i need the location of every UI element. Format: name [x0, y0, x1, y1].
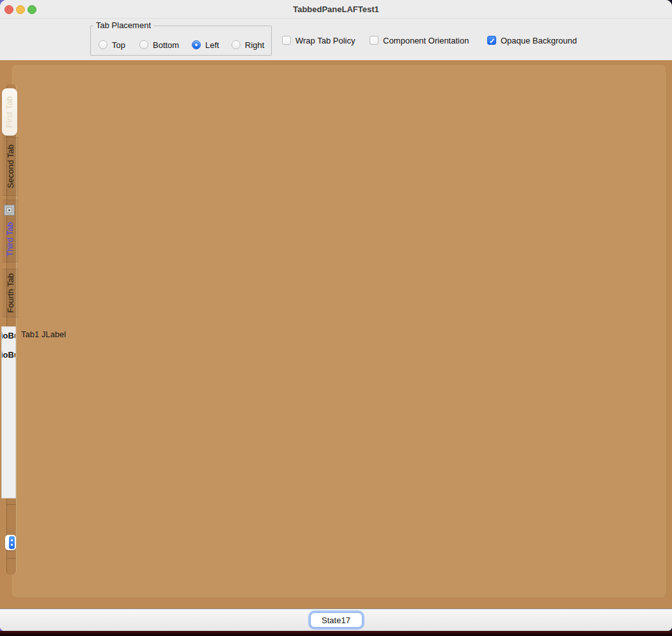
checkbox-opaque-background[interactable]: Opaque Background: [487, 35, 577, 45]
tab-fourth-label: Fourth Tab: [3, 270, 19, 316]
radio-icon[interactable]: [98, 40, 107, 49]
rail-separator: [7, 558, 16, 559]
tab-placement-group-title: Tab Placement: [93, 20, 153, 31]
rail-separator: [7, 504, 16, 505]
scroll-arrows-icon: [9, 536, 15, 549]
checkbox-icon[interactable]: [282, 36, 291, 45]
radio-icon-selected[interactable]: [192, 40, 201, 49]
checkbox-component-orientation-label: Component Orientation: [383, 36, 469, 45]
toolbar: Tab Placement Top Bottom Left Right Wrap…: [0, 19, 672, 60]
radio-right[interactable]: Right: [231, 40, 264, 50]
bullseye-icon: [4, 205, 15, 216]
checkbox-opaque-background-label: Opaque Background: [501, 36, 577, 45]
window-title: TabbedPaneLAFTest1: [0, 4, 672, 14]
tab-placement-group: Tab Placement Top Bottom Left Right: [90, 26, 272, 56]
tab-third-label: Third Tab: [3, 219, 18, 260]
tab-scroll-control[interactable]: [5, 535, 16, 550]
desktop-background-strip: [0, 631, 672, 636]
clipped-radiobutton-label: ioBu: [1, 350, 16, 360]
content-area: First Tab Second Tab Third Tab Fourth Ta…: [0, 60, 672, 608]
checkbox-wrap-tab-policy[interactable]: Wrap Tab Policy: [282, 35, 355, 45]
state-button[interactable]: State17: [310, 612, 363, 628]
radio-top-label: Top: [112, 40, 125, 50]
radio-bottom-label: Bottom: [153, 40, 179, 50]
titlebar: TabbedPaneLAFTest1: [0, 0, 672, 19]
tab-second-label: Second Tab: [3, 138, 19, 195]
radio-icon[interactable]: [231, 40, 240, 49]
tab1-jlabel: Tab1 JLabel: [21, 330, 66, 339]
checkbox-icon[interactable]: [370, 36, 379, 45]
clipped-radiobutton-label: ioBu: [1, 331, 16, 340]
tab-with-components[interactable]: ioBu ioBu: [1, 326, 16, 498]
radio-top[interactable]: Top: [98, 40, 125, 50]
footer-bar: State17: [0, 608, 672, 631]
checkbox-wrap-tab-policy-label: Wrap Tab Policy: [295, 36, 355, 45]
radio-left[interactable]: Left: [192, 40, 219, 50]
app-window: TabbedPaneLAFTest1 Tab Placement Top Bot…: [0, 0, 672, 631]
tab-first[interactable]: First Tab: [2, 88, 17, 136]
radio-bottom[interactable]: Bottom: [139, 40, 179, 50]
checkbox-checked-icon[interactable]: [487, 36, 496, 45]
radio-left-label: Left: [205, 40, 219, 50]
radio-right-label: Right: [245, 40, 264, 50]
tab-first-label: First Tab: [2, 88, 17, 136]
tabbed-pane-content-panel: [11, 64, 667, 598]
radio-icon[interactable]: [139, 40, 148, 49]
checkbox-component-orientation[interactable]: Component Orientation: [370, 35, 469, 45]
